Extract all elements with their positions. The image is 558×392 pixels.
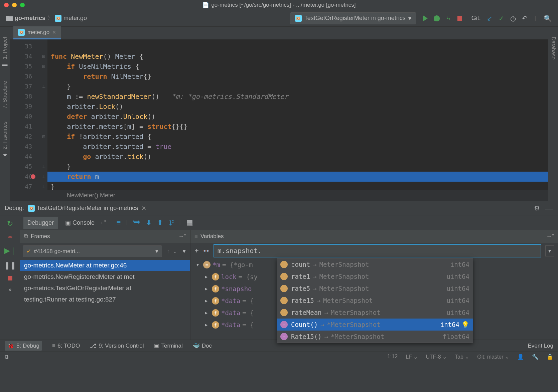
minimize-window-button[interactable] [12,3,17,7]
show-execution-point-button[interactable]: ≡ [117,218,121,227]
restore-layout-button[interactable]: →" [546,233,554,240]
go-gopher-icon: 🐹 [55,15,61,22]
breadcrumb-function[interactable]: NewMeter() Meter [67,192,115,199]
run-configuration-selector[interactable]: 🐹 TestGetOrRegisterMeter in go-metrics ▾ [290,12,416,24]
editor-tab[interactable]: 🐹 meter.go ✕ [13,26,61,39]
navigation-breadcrumb[interactable]: go-metrics 〉 🐹 meter.go [6,15,87,22]
debug-panel: Debug: 🐹 TestGetOrRegisterMeter in go-me… [0,201,558,340]
frame-item[interactable]: go-metrics.TestGetOrRegisterMeter at [20,282,190,294]
autocomplete-item[interactable]: mCount()→*MeterSnapshotint64💡 [277,319,473,331]
thread-selector[interactable]: ✓ #41458 go-metri... ▾ [23,245,162,257]
autocomplete-item[interactable]: frateMean→MeterSnapshotuint64 [277,307,473,319]
variables-header: ≡ Variables →" [190,230,558,243]
debug-session-tab[interactable]: 🐹 TestGetOrRegisterMeter in go-metrics ✕ [28,205,146,212]
debug-button[interactable] [434,15,440,21]
more-button[interactable]: » [9,286,12,292]
window-title-text: go-metrics [~/go/src/go-metrics] - .../m… [211,2,356,8]
rerun-button[interactable]: ↻ [7,219,13,228]
terminal-tool-button[interactable]: ▣ Terminal [154,342,183,349]
docker-tool-button[interactable]: 🐳 Doc [193,342,212,349]
vcs-tool-button[interactable]: ⎇ 9: Version Control [90,342,144,349]
git-revert-button[interactable]: ↶ [522,14,528,22]
frame-item[interactable]: go-metrics.NewRegisteredMeter at met [20,271,190,282]
zoom-window-button[interactable] [20,3,25,7]
evaluate-expression-button[interactable]: ▦ [186,218,193,227]
new-watch-button[interactable]: + [194,246,199,255]
settings-button[interactable]: ⚙ [534,204,540,212]
database-tool-button[interactable]: Database [550,37,556,60]
git-commit-button[interactable]: ✓ [499,14,504,22]
watch-history-button[interactable]: ▾ [545,245,554,256]
line-number-gutter[interactable]: 33343536373839404142434445464748 [10,39,40,190]
step-over-button[interactable]: ⮩ [133,218,140,227]
close-tab-button[interactable]: ✕ [52,30,56,35]
thread-name: #41458 go-metri... [34,248,80,255]
todo-tool-button[interactable]: ≡ 6: TODO [52,343,80,349]
fold-gutter[interactable]: ⊟⊟⊥⊟⊥⊥⊥ [40,39,47,190]
run-to-cursor-button[interactable]: ⤵ᶦ [168,218,174,227]
step-out-button[interactable]: ⬆ [157,218,163,227]
prev-frame-button[interactable]: ↑ [165,248,171,254]
lock-icon[interactable]: 🔒 [547,354,553,360]
editor-breadcrumb[interactable]: NewMeter() Meter [10,190,548,201]
code-editor[interactable]: func NewMeter() Meter { if UseNilMetrics… [47,39,548,190]
status-icon[interactable]: ⧉ [5,354,8,360]
run-button[interactable] [423,15,428,21]
resume-button[interactable]: ▶❘ [4,246,16,255]
debugger-tab[interactable]: Debugger [23,217,58,229]
coverage-button[interactable]: ⤷ [446,14,451,22]
memory-indicator[interactable]: 🔧 [532,354,539,360]
play-icon [423,15,428,21]
favorites-tool-button[interactable]: 2: Favorites [2,122,8,150]
stop-icon [8,276,12,280]
autocomplete-item[interactable]: frate5→MeterSnapshotuint64 [277,282,473,295]
tab-filename: meter.go [27,29,49,36]
chevron-down-icon: ▾ [155,248,158,255]
git-update-button[interactable]: ↙ [487,14,493,22]
glasses-icon: 👓 [203,248,210,254]
file-encoding[interactable]: UTF-8 ⌄ [426,354,447,360]
indent-config[interactable]: Tab ⌄ [455,354,469,360]
stop-button[interactable] [8,276,12,280]
debug-tool-button[interactable]: 🐞 5: Debug [5,341,42,351]
pause-button[interactable]: ❚❚ [4,261,16,270]
hide-panel-button[interactable]: — [545,204,553,213]
autocomplete-item[interactable]: fcount→MeterSnapshotint64 [277,258,473,270]
line-ending[interactable]: LF ⌄ [406,354,418,360]
bug-icon [434,15,440,21]
structure-tool-button[interactable]: 7: Structure [2,81,8,109]
next-frame-button[interactable]: ↓ [171,248,178,254]
modify-run-config-button[interactable]: ⥲ [8,234,12,240]
watch-expression-input[interactable] [214,244,541,257]
breakpoint-marker[interactable] [31,174,35,179]
project-tool-button[interactable]: 1: Project [2,37,8,59]
stop-button[interactable] [457,16,462,21]
frame-item[interactable]: go-metrics.NewMeter at meter.go:46 [20,260,190,271]
step-into-button[interactable]: ⬇ [146,218,152,227]
breadcrumb-file[interactable]: meter.go [63,15,87,22]
search-button[interactable]: 🔍 [544,14,552,22]
close-icon[interactable]: ✕ [141,205,146,212]
branch-icon: ⎇ [90,342,97,349]
right-tool-stripe: Database [548,27,558,201]
autocomplete-item[interactable]: frate15→MeterSnapshotuint64 [277,295,473,307]
editor-body[interactable]: 33343536373839404142434445464748 ⊟⊟⊥⊟⊥⊥⊥… [10,39,548,190]
autocomplete-item[interactable]: mRate15()→*MeterSnapshotfloat64 [277,331,473,343]
event-log-button[interactable]: Event Log [528,343,553,349]
breadcrumb-project[interactable]: go-metrics [15,15,45,22]
git-history-button[interactable]: ◷ [510,14,516,22]
run-config-name: TestGetOrRegisterMeter in go-metrics [304,15,406,22]
close-window-button[interactable] [4,3,9,7]
hector-icon[interactable]: 👤 [517,354,524,360]
git-branch[interactable]: Git: master ⌄ [477,354,509,360]
restore-layout-button[interactable]: →" [178,233,186,240]
star-icon: ★ [3,152,7,158]
autocomplete-popup[interactable]: fcount→MeterSnapshotint64frate1→MeterSna… [277,258,473,343]
console-tab[interactable]: ▣ Console →" [61,216,110,229]
cursor-position[interactable]: 1:12 [387,354,398,360]
frame-item[interactable]: testing.tRunner at testing.go:827 [20,294,190,305]
frame-list[interactable]: go-metrics.NewMeter at meter.go:46go-met… [20,260,190,340]
filter-button[interactable]: ▼ [178,248,190,254]
folder-icon: ▬ [2,61,8,67]
autocomplete-item[interactable]: frate1→MeterSnapshotuint64 [277,270,473,282]
